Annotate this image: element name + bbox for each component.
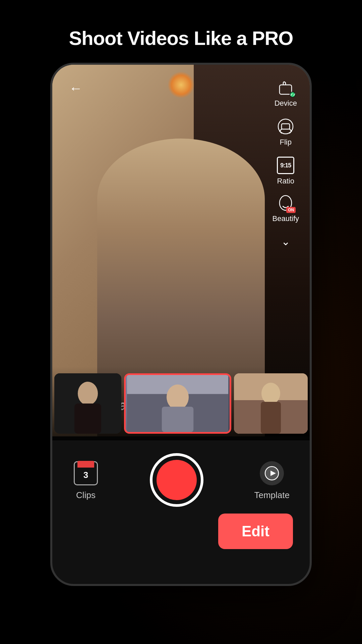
svg-rect-14 — [261, 402, 281, 434]
bottom-controls: 3 Clips Templat — [52, 436, 310, 584]
sidebar-item-flip[interactable]: Flip — [272, 114, 299, 150]
clips-label: Clips — [76, 490, 96, 500]
beautify-label: Beautify — [273, 214, 299, 223]
template-label: Template — [254, 490, 290, 500]
ratio-text: 9:15 — [280, 162, 291, 169]
svg-point-13 — [261, 383, 280, 404]
sidebar-item-beautify[interactable]: ON Beautify — [268, 192, 303, 226]
camera-bg-light — [168, 71, 194, 98]
thumbnail-1[interactable] — [54, 373, 121, 434]
thumb-3-image — [234, 373, 308, 434]
thumb-1-image — [54, 373, 121, 434]
svg-rect-2 — [282, 124, 290, 129]
ratio-icon: 9:15 — [276, 156, 295, 175]
sidebar-expand-button[interactable]: ⌄ — [277, 229, 294, 251]
back-arrow-icon: ← — [69, 82, 82, 95]
right-sidebar: ✓ Device Flip — [268, 75, 303, 251]
thumb-2-image — [126, 375, 230, 432]
thumbnail-strip — [52, 367, 310, 440]
svg-rect-6 — [74, 404, 101, 434]
ratio-value-display: 9:15 — [277, 157, 294, 174]
ratio-label: Ratio — [277, 177, 294, 185]
edit-button[interactable]: Edit — [218, 514, 293, 549]
thumbnail-3[interactable] — [234, 373, 308, 434]
device-label: Device — [275, 99, 297, 108]
record-inner-circle — [157, 460, 197, 500]
beautify-icon: ON — [277, 195, 294, 212]
sidebar-item-ratio[interactable]: 9:15 Ratio — [272, 153, 299, 189]
back-button[interactable]: ← — [66, 78, 86, 98]
page-title: Shoot Videos Like a PRO — [49, 27, 313, 49]
sidebar-item-device[interactable]: ✓ Device — [270, 75, 301, 111]
clips-icon-wrap: 3 — [72, 460, 99, 487]
clips-button[interactable]: 3 Clips — [72, 460, 99, 500]
controls-row: 3 Clips Templat — [52, 436, 310, 514]
camera-preview[interactable]: ← ✓ Device — [52, 65, 310, 440]
phone-mockup: ← ✓ Device — [50, 63, 312, 586]
clips-count: 3 — [83, 470, 88, 480]
template-icon — [260, 461, 284, 485]
flip-label: Flip — [280, 138, 292, 147]
record-button[interactable] — [150, 453, 203, 507]
clips-calendar-header — [77, 461, 94, 468]
chevron-down-icon: ⌄ — [281, 235, 290, 248]
thumbnail-2[interactable] — [124, 373, 231, 434]
svg-rect-10 — [162, 407, 193, 432]
beautify-on-text: ON — [288, 208, 294, 212]
template-button[interactable]: Template — [254, 460, 290, 500]
device-icon: ✓ — [276, 78, 295, 97]
clips-icon: 3 — [74, 461, 98, 485]
svg-point-5 — [78, 382, 98, 405]
beautify-on-badge: ON — [286, 207, 296, 213]
svg-point-9 — [167, 384, 189, 410]
template-icon-wrap — [258, 460, 285, 487]
flip-icon — [276, 117, 295, 136]
